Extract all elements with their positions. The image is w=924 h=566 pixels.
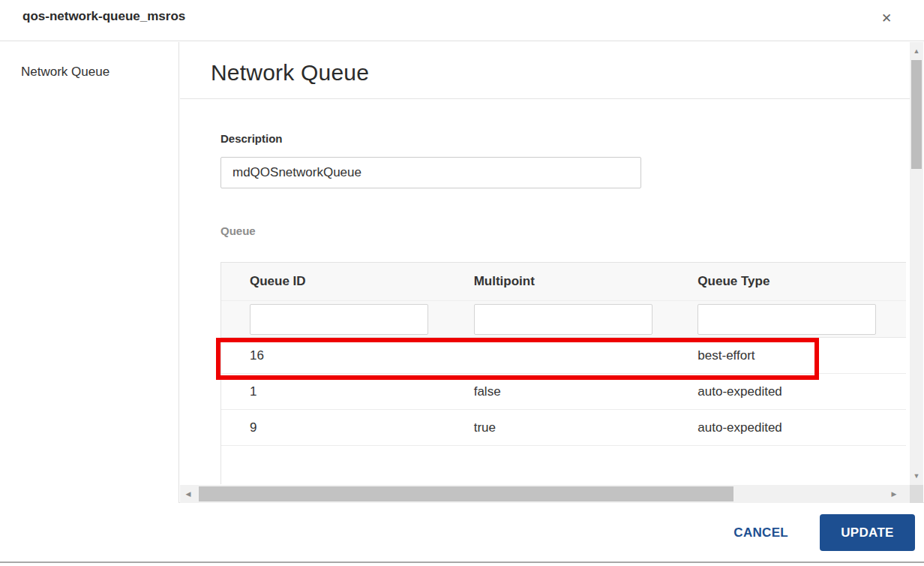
filter-input-queue-id[interactable] (250, 304, 428, 335)
vertical-scrollbar-thumb[interactable] (911, 60, 922, 169)
cancel-button[interactable]: CANCEL (734, 525, 788, 540)
column-header-multipoint[interactable]: Multipoint (446, 263, 670, 300)
description-input[interactable] (220, 157, 641, 188)
dialog-body: Network Queue Network Queue Description … (0, 42, 924, 503)
queue-table: Queue ID Multipoint Queue Type 16 best-e… (220, 262, 906, 484)
horizontal-scrollbar-thumb[interactable] (199, 486, 734, 501)
scroll-down-arrow-icon[interactable]: ▼ (910, 470, 923, 482)
content-pane: Network Queue Description Queue Queue ID… (180, 42, 924, 503)
table-row-9[interactable]: 9 true auto-expedited (221, 410, 906, 446)
cell-queue-type: auto-expedited (669, 420, 906, 435)
cell-queue-id: 9 (221, 420, 446, 435)
table-filter-row (221, 300, 906, 338)
cell-multipoint: false (446, 384, 670, 399)
column-header-queue-id[interactable]: Queue ID (221, 263, 446, 300)
queue-section-label: Queue (220, 224, 256, 237)
sidebar: Network Queue (0, 42, 179, 503)
scroll-left-arrow-icon[interactable]: ◀ (182, 485, 195, 503)
horizontal-scrollbar[interactable]: ◀ ▶ (180, 485, 910, 503)
update-button[interactable]: UPDATE (820, 514, 915, 551)
scroll-up-arrow-icon[interactable]: ▲ (910, 45, 923, 57)
filter-input-multipoint[interactable] (474, 304, 652, 335)
table-row-1[interactable]: 1 false auto-expedited (221, 374, 906, 410)
page-bottom-divider (0, 561, 924, 563)
close-icon[interactable]: ✕ (876, 8, 897, 29)
dialog-footer: CANCEL UPDATE (0, 504, 924, 561)
scroll-right-arrow-icon[interactable]: ▶ (887, 485, 901, 503)
cell-multipoint: true (446, 420, 670, 435)
sidebar-item-network-queue[interactable]: Network Queue (21, 65, 110, 80)
dialog-header: qos-network-queue_msros ✕ (0, 0, 924, 41)
filter-input-queue-type[interactable] (698, 304, 876, 335)
vertical-scrollbar[interactable]: ▲ ▼ (910, 42, 923, 485)
cell-queue-id: 16 (221, 348, 446, 363)
cell-queue-type: auto-expedited (669, 384, 906, 399)
cell-queue-type: best-effort (669, 348, 906, 363)
dialog: qos-network-queue_msros ✕ Network Queue … (0, 0, 924, 566)
page-title: Network Queue (211, 60, 369, 86)
dialog-title: qos-network-queue_msros (22, 9, 185, 24)
cell-queue-id: 1 (221, 384, 446, 399)
column-header-queue-type[interactable]: Queue Type (669, 263, 906, 300)
scrollbar-corner (910, 485, 923, 503)
table-header-row: Queue ID Multipoint Queue Type (221, 263, 906, 300)
table-row-16[interactable]: 16 best-effort (221, 338, 906, 374)
description-label: Description (220, 132, 283, 145)
heading-divider (180, 98, 910, 99)
